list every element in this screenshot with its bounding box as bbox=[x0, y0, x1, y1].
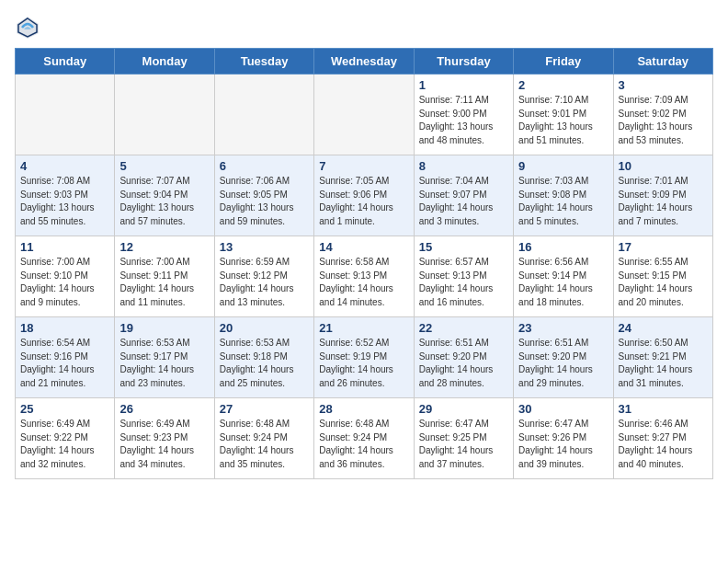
day-info: Sunrise: 7:10 AM Sunset: 9:01 PM Dayligh… bbox=[518, 94, 608, 147]
calendar-cell: 14Sunrise: 6:58 AM Sunset: 9:13 PM Dayli… bbox=[314, 236, 414, 317]
day-number: 14 bbox=[319, 240, 408, 254]
day-info: Sunrise: 6:53 AM Sunset: 9:17 PM Dayligh… bbox=[119, 337, 209, 390]
day-number: 20 bbox=[220, 321, 309, 335]
day-info: Sunrise: 6:46 AM Sunset: 9:27 PM Dayligh… bbox=[619, 418, 708, 471]
calendar-cell: 9Sunrise: 7:03 AM Sunset: 9:08 PM Daylig… bbox=[514, 155, 613, 236]
calendar-table: SundayMondayTuesdayWednesdayThursdayFrid… bbox=[15, 48, 713, 479]
day-info: Sunrise: 6:55 AM Sunset: 9:15 PM Dayligh… bbox=[619, 256, 708, 309]
day-number: 7 bbox=[319, 159, 408, 173]
day-number: 24 bbox=[619, 321, 708, 335]
day-info: Sunrise: 6:54 AM Sunset: 9:16 PM Dayligh… bbox=[20, 337, 109, 390]
day-number: 16 bbox=[518, 240, 608, 254]
day-info: Sunrise: 7:11 AM Sunset: 9:00 PM Dayligh… bbox=[419, 94, 508, 147]
day-info: Sunrise: 6:59 AM Sunset: 9:12 PM Dayligh… bbox=[220, 256, 309, 309]
day-number: 25 bbox=[20, 402, 109, 416]
calendar-cell: 1Sunrise: 7:11 AM Sunset: 9:00 PM Daylig… bbox=[414, 75, 513, 155]
day-info: Sunrise: 6:49 AM Sunset: 9:23 PM Dayligh… bbox=[119, 418, 209, 471]
day-number: 27 bbox=[220, 402, 309, 416]
day-number: 1 bbox=[419, 78, 508, 92]
calendar-cell: 15Sunrise: 6:57 AM Sunset: 9:13 PM Dayli… bbox=[414, 236, 513, 317]
calendar-cell: 23Sunrise: 6:51 AM Sunset: 9:20 PM Dayli… bbox=[514, 317, 613, 398]
day-number: 19 bbox=[119, 321, 209, 335]
day-number: 18 bbox=[20, 321, 109, 335]
day-info: Sunrise: 7:06 AM Sunset: 9:05 PM Dayligh… bbox=[220, 175, 309, 228]
calendar-cell: 29Sunrise: 6:47 AM Sunset: 9:25 PM Dayli… bbox=[414, 398, 513, 479]
day-info: Sunrise: 6:48 AM Sunset: 9:24 PM Dayligh… bbox=[319, 418, 408, 471]
day-number: 11 bbox=[20, 240, 109, 254]
day-info: Sunrise: 6:57 AM Sunset: 9:13 PM Dayligh… bbox=[419, 256, 508, 309]
day-number: 23 bbox=[518, 321, 608, 335]
day-info: Sunrise: 7:05 AM Sunset: 9:06 PM Dayligh… bbox=[319, 175, 408, 228]
calendar-cell: 5Sunrise: 7:07 AM Sunset: 9:04 PM Daylig… bbox=[115, 155, 214, 236]
day-info: Sunrise: 7:00 AM Sunset: 9:11 PM Dayligh… bbox=[119, 256, 209, 309]
calendar-cell: 22Sunrise: 6:51 AM Sunset: 9:20 PM Dayli… bbox=[414, 317, 513, 398]
calendar-cell bbox=[214, 75, 313, 155]
day-number: 8 bbox=[419, 159, 508, 173]
calendar-cell: 2Sunrise: 7:10 AM Sunset: 9:01 PM Daylig… bbox=[514, 75, 613, 155]
day-info: Sunrise: 6:47 AM Sunset: 9:25 PM Dayligh… bbox=[419, 418, 508, 471]
calendar-cell: 25Sunrise: 6:49 AM Sunset: 9:22 PM Dayli… bbox=[16, 398, 115, 479]
calendar-cell: 6Sunrise: 7:06 AM Sunset: 9:05 PM Daylig… bbox=[214, 155, 313, 236]
calendar-cell: 3Sunrise: 7:09 AM Sunset: 9:02 PM Daylig… bbox=[613, 75, 712, 155]
calendar-cell bbox=[314, 75, 414, 155]
day-number: 30 bbox=[518, 402, 608, 416]
calendar-cell: 12Sunrise: 7:00 AM Sunset: 9:11 PM Dayli… bbox=[115, 236, 214, 317]
day-info: Sunrise: 6:50 AM Sunset: 9:21 PM Dayligh… bbox=[619, 337, 708, 390]
weekday-header-friday: Friday bbox=[514, 49, 613, 75]
calendar-cell: 28Sunrise: 6:48 AM Sunset: 9:24 PM Dayli… bbox=[314, 398, 414, 479]
day-number: 28 bbox=[319, 402, 408, 416]
weekday-header-saturday: Saturday bbox=[613, 49, 712, 75]
day-number: 12 bbox=[119, 240, 209, 254]
weekday-header-thursday: Thursday bbox=[414, 49, 513, 75]
weekday-header-tuesday: Tuesday bbox=[214, 49, 313, 75]
calendar-cell: 20Sunrise: 6:53 AM Sunset: 9:18 PM Dayli… bbox=[214, 317, 313, 398]
calendar-week-1: 1Sunrise: 7:11 AM Sunset: 9:00 PM Daylig… bbox=[16, 75, 713, 155]
day-info: Sunrise: 6:51 AM Sunset: 9:20 PM Dayligh… bbox=[518, 337, 608, 390]
calendar-week-2: 4Sunrise: 7:08 AM Sunset: 9:03 PM Daylig… bbox=[16, 155, 713, 236]
day-number: 3 bbox=[619, 78, 708, 92]
calendar-cell: 31Sunrise: 6:46 AM Sunset: 9:27 PM Dayli… bbox=[613, 398, 712, 479]
calendar-week-3: 11Sunrise: 7:00 AM Sunset: 9:10 PM Dayli… bbox=[16, 236, 713, 317]
day-number: 29 bbox=[419, 402, 508, 416]
day-number: 26 bbox=[119, 402, 209, 416]
day-number: 22 bbox=[419, 321, 508, 335]
day-number: 2 bbox=[518, 78, 608, 92]
calendar-cell: 18Sunrise: 6:54 AM Sunset: 9:16 PM Dayli… bbox=[16, 317, 115, 398]
calendar-cell bbox=[115, 75, 214, 155]
day-info: Sunrise: 7:09 AM Sunset: 9:02 PM Dayligh… bbox=[619, 94, 708, 147]
day-info: Sunrise: 7:01 AM Sunset: 9:09 PM Dayligh… bbox=[619, 175, 708, 228]
day-number: 9 bbox=[518, 159, 608, 173]
calendar-cell: 26Sunrise: 6:49 AM Sunset: 9:23 PM Dayli… bbox=[115, 398, 214, 479]
day-info: Sunrise: 6:53 AM Sunset: 9:18 PM Dayligh… bbox=[220, 337, 309, 390]
day-number: 17 bbox=[619, 240, 708, 254]
day-number: 5 bbox=[119, 159, 209, 173]
day-number: 15 bbox=[419, 240, 508, 254]
calendar-cell bbox=[16, 75, 115, 155]
page-header bbox=[15, 15, 713, 40]
day-info: Sunrise: 6:48 AM Sunset: 9:24 PM Dayligh… bbox=[220, 418, 309, 471]
calendar-cell: 11Sunrise: 7:00 AM Sunset: 9:10 PM Dayli… bbox=[16, 236, 115, 317]
weekday-row: SundayMondayTuesdayWednesdayThursdayFrid… bbox=[16, 49, 713, 75]
day-number: 6 bbox=[220, 159, 309, 173]
day-number: 4 bbox=[20, 159, 109, 173]
calendar-cell: 16Sunrise: 6:56 AM Sunset: 9:14 PM Dayli… bbox=[514, 236, 613, 317]
weekday-header-monday: Monday bbox=[115, 49, 214, 75]
calendar-week-4: 18Sunrise: 6:54 AM Sunset: 9:16 PM Dayli… bbox=[16, 317, 713, 398]
day-number: 21 bbox=[319, 321, 408, 335]
calendar-cell: 8Sunrise: 7:04 AM Sunset: 9:07 PM Daylig… bbox=[414, 155, 513, 236]
calendar-cell: 10Sunrise: 7:01 AM Sunset: 9:09 PM Dayli… bbox=[613, 155, 712, 236]
calendar-cell: 17Sunrise: 6:55 AM Sunset: 9:15 PM Dayli… bbox=[613, 236, 712, 317]
day-number: 31 bbox=[619, 402, 708, 416]
day-info: Sunrise: 7:03 AM Sunset: 9:08 PM Dayligh… bbox=[518, 175, 608, 228]
logo bbox=[15, 15, 44, 40]
day-info: Sunrise: 7:04 AM Sunset: 9:07 PM Dayligh… bbox=[419, 175, 508, 228]
calendar-cell: 24Sunrise: 6:50 AM Sunset: 9:21 PM Dayli… bbox=[613, 317, 712, 398]
day-info: Sunrise: 6:58 AM Sunset: 9:13 PM Dayligh… bbox=[319, 256, 408, 309]
calendar-cell: 30Sunrise: 6:47 AM Sunset: 9:26 PM Dayli… bbox=[514, 398, 613, 479]
day-info: Sunrise: 7:07 AM Sunset: 9:04 PM Dayligh… bbox=[119, 175, 209, 228]
day-info: Sunrise: 6:49 AM Sunset: 9:22 PM Dayligh… bbox=[20, 418, 109, 471]
day-info: Sunrise: 7:08 AM Sunset: 9:03 PM Dayligh… bbox=[20, 175, 109, 228]
day-info: Sunrise: 7:00 AM Sunset: 9:10 PM Dayligh… bbox=[20, 256, 109, 309]
calendar-body: 1Sunrise: 7:11 AM Sunset: 9:00 PM Daylig… bbox=[16, 75, 713, 479]
weekday-header-sunday: Sunday bbox=[16, 49, 115, 75]
